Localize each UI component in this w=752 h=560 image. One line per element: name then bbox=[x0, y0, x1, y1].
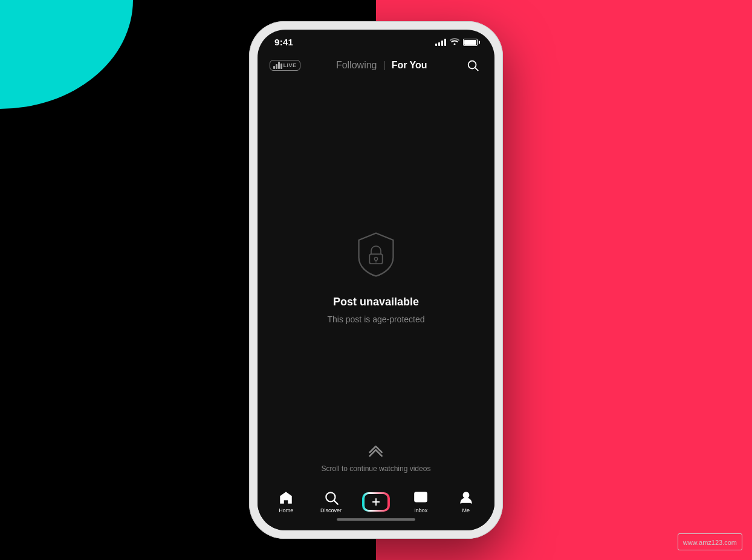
main-content: Post unavailable This post is age-protec… bbox=[258, 81, 494, 485]
shield-lock-icon bbox=[352, 230, 400, 281]
live-button[interactable]: LIVE bbox=[270, 60, 300, 71]
add-button-inner bbox=[365, 494, 387, 510]
top-nav: LIVE Following | For You bbox=[258, 52, 494, 81]
home-indicator-bar bbox=[337, 518, 415, 521]
chevron-up-icon bbox=[368, 441, 384, 461]
bottom-nav: Home Discover bbox=[258, 485, 494, 530]
add-button[interactable] bbox=[362, 492, 390, 512]
nav-item-discover[interactable]: Discover bbox=[313, 490, 349, 513]
svg-point-0 bbox=[468, 61, 476, 69]
home-label: Home bbox=[279, 507, 293, 513]
watermark: www.amz123.com bbox=[678, 533, 742, 550]
watermark-text: www.amz123.com bbox=[683, 539, 737, 546]
nav-item-home[interactable]: Home bbox=[268, 490, 304, 513]
bottom-nav-items: Home Discover bbox=[258, 490, 494, 513]
profile-icon bbox=[458, 490, 474, 506]
home-icon bbox=[278, 490, 294, 506]
svg-point-3 bbox=[374, 257, 377, 260]
status-time: 9:41 bbox=[274, 37, 293, 47]
live-label: LIVE bbox=[284, 62, 297, 68]
following-tab[interactable]: Following bbox=[336, 60, 377, 71]
post-unavailable-description: This post is age-protected bbox=[327, 314, 424, 324]
phone-screen: 9:41 bbox=[258, 30, 494, 530]
me-label: Me bbox=[462, 507, 470, 513]
inbox-label: Inbox bbox=[414, 507, 427, 513]
scroll-hint-text: Scroll to continue watching videos bbox=[322, 464, 431, 473]
nav-item-create[interactable] bbox=[358, 492, 394, 512]
status-bar: 9:41 bbox=[258, 30, 494, 52]
post-unavailable-title: Post unavailable bbox=[333, 296, 419, 308]
wifi-icon bbox=[450, 37, 459, 47]
battery-icon bbox=[463, 39, 478, 46]
discover-icon bbox=[323, 490, 339, 506]
inbox-icon bbox=[413, 490, 429, 506]
status-icons bbox=[435, 37, 478, 47]
search-icon bbox=[466, 59, 479, 72]
foryou-tab[interactable]: For You bbox=[392, 60, 427, 71]
svg-line-1 bbox=[475, 68, 478, 71]
phone-outer: 9:41 bbox=[249, 21, 503, 539]
scroll-hint: Scroll to continue watching videos bbox=[322, 441, 431, 473]
search-button[interactable] bbox=[463, 56, 482, 75]
nav-item-me[interactable]: Me bbox=[448, 490, 484, 513]
svg-line-6 bbox=[334, 501, 337, 504]
plus-icon bbox=[371, 497, 381, 507]
svg-point-8 bbox=[463, 492, 468, 498]
nav-divider: | bbox=[383, 60, 385, 71]
discover-label: Discover bbox=[320, 507, 342, 513]
signal-icon bbox=[435, 39, 446, 46]
home-indicator bbox=[258, 513, 494, 528]
live-bars-icon bbox=[273, 62, 282, 69]
phone-wrapper: 9:41 bbox=[249, 21, 503, 539]
nav-tabs: Following | For You bbox=[336, 60, 427, 71]
nav-item-inbox[interactable]: Inbox bbox=[403, 490, 439, 513]
